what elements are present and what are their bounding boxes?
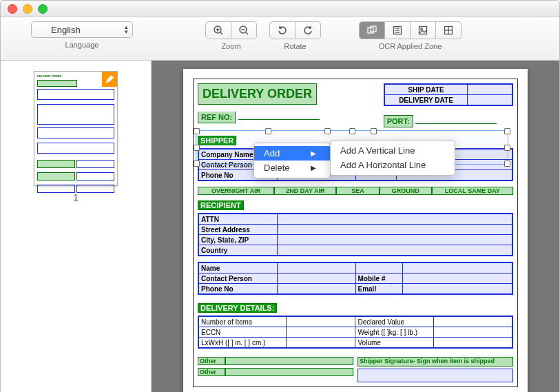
dd-declared: Declared Value — [355, 316, 434, 327]
updown-icon: ▴▾ — [125, 25, 128, 34]
recipient-mobile: Mobile # — [355, 274, 402, 284]
delivery-date-label: DELIVERY DATE — [384, 95, 468, 106]
other1-label: Other — [198, 357, 225, 365]
context-menu-add[interactable]: Add ▶ — [254, 146, 330, 161]
svg-line-1 — [220, 32, 222, 34]
port-label: PORT: — [384, 115, 413, 127]
date-table: SHIP DATE DELIVERY DATE — [384, 83, 513, 106]
toolbar: English ▴▾ Language Zoom — [1, 17, 559, 61]
recipient-country: Country — [198, 245, 277, 256]
ocr-zone-mode1-button[interactable] — [359, 21, 385, 39]
svg-point-14 — [421, 28, 422, 30]
rotate-right-button[interactable] — [295, 21, 321, 39]
other2-blank — [225, 368, 353, 376]
dd-volume: Volume — [355, 338, 434, 349]
recipient-address-table: ATTN Street Address City, State, ZIP Cou… — [198, 213, 513, 256]
zone-image-icon — [417, 25, 428, 36]
other2-label: Other — [198, 368, 225, 376]
thumbnail-preview: DELIVERY ORDER — [37, 74, 114, 183]
context-add-vertical-line[interactable]: Add A Vertical Line — [331, 143, 455, 158]
recipient-contact-table: Name Contact Person Mobile # Phone No — [198, 262, 513, 295]
ocr-zone-label: OCR Applied Zone — [379, 42, 442, 50]
submenu-arrow-icon: ▶ — [311, 149, 316, 157]
form-title: DELIVERY ORDER — [198, 83, 317, 105]
language-select[interactable]: English ▴▾ — [31, 21, 133, 38]
context-submenu-add[interactable]: Add A Vertical Line Add A Horizontal Lin… — [330, 140, 455, 176]
sidebar-thumbnails: DELIVERY ORDER — [1, 61, 152, 392]
rotate-label: Rotate — [284, 42, 306, 50]
dd-dims: LxWxH ([ ] in. [ ] cm.) — [198, 338, 287, 349]
recipient-email: Email — [355, 284, 402, 295]
svg-line-5 — [246, 32, 248, 34]
ship-opt-ground: GROUND — [380, 187, 432, 195]
window-controls — [8, 4, 48, 14]
ocr-zone-mode3-button[interactable] — [411, 21, 436, 39]
submenu-arrow-icon: ▶ — [311, 164, 316, 172]
ref-no-label: REF NO: — [198, 112, 236, 123]
shipper-signature-label: Shipper Signature- Sign when item is shi… — [357, 357, 513, 367]
recipient-city: City, State, ZIP — [198, 235, 277, 245]
content-area: DELIVERY ORDER — [1, 61, 559, 392]
dd-num-items: Number of Items — [198, 316, 287, 327]
zone-select-icon — [366, 25, 377, 36]
svg-rect-13 — [419, 27, 427, 34]
close-window-button[interactable] — [8, 4, 17, 14]
context-add-horizontal-line[interactable]: Add A Horizontal Line — [331, 158, 455, 172]
other1-blank — [225, 357, 353, 365]
shipper-signature-box — [357, 369, 513, 382]
recipient-street: Street Address — [198, 225, 277, 235]
zoom-in-button[interactable] — [205, 21, 231, 39]
zoom-out-icon — [238, 25, 249, 36]
ocr-zone-mode2-button[interactable] — [385, 21, 411, 39]
titlebar — [1, 1, 559, 17]
dd-weight: Weight ([ ]kg. [ ] lb.) — [355, 327, 434, 338]
zoom-out-button[interactable] — [231, 21, 257, 39]
page-thumbnail-1[interactable]: DELIVERY ORDER — [34, 71, 118, 186]
rotate-left-icon — [277, 25, 288, 36]
zoom-label: Zoom — [221, 42, 240, 50]
app-window: English ▴▾ Language Zoom — [0, 0, 560, 392]
zone-table-icon — [443, 25, 454, 36]
ship-opt-sea: SEA — [336, 187, 379, 195]
rotate-right-icon — [302, 25, 313, 36]
zoom-in-icon — [213, 25, 224, 36]
dd-eccn: ECCN — [198, 327, 287, 338]
document-page[interactable]: DELIVERY ORDER REF NO: SHIP DATE DELIVER… — [183, 69, 528, 392]
thumbnail-page-number: 1 — [74, 193, 79, 203]
recipient-phone: Phone No — [198, 284, 277, 295]
ref-no-blank — [238, 107, 320, 120]
recipient-heading: RECIPIENT — [198, 200, 244, 210]
language-selected-value: English — [51, 25, 81, 35]
recipient-contact: Contact Person — [198, 274, 277, 284]
ship-date-label: SHIP DATE — [384, 84, 468, 95]
context-menu[interactable]: Add ▶ Delete ▶ Add A Vertical Line Add A… — [253, 143, 331, 178]
delivery-details-heading: DELIVERY DETAILS: — [198, 303, 277, 313]
zoom-window-button[interactable] — [38, 4, 48, 14]
context-menu-delete[interactable]: Delete ▶ — [254, 161, 330, 175]
language-label: Language — [65, 41, 99, 49]
rotate-left-button[interactable] — [269, 21, 295, 39]
canvas-area[interactable]: DELIVERY ORDER REF NO: SHIP DATE DELIVER… — [152, 61, 559, 392]
ship-opt-local: LOCAL SAME DAY — [432, 187, 513, 195]
port-blank — [415, 112, 497, 124]
ocr-zone-mode4-button[interactable] — [436, 21, 462, 39]
ship-opt-overnight: OVERNIGHT AIR — [198, 187, 274, 195]
delivery-details-table: Number of Items Declared Value ECCN Weig… — [198, 316, 513, 349]
recipient-name: Name — [198, 262, 277, 274]
zone-text-icon — [392, 25, 403, 36]
recipient-attn: ATTN — [198, 214, 277, 225]
ship-opt-2day: 2ND DAY AIR — [274, 187, 336, 195]
minimize-window-button[interactable] — [23, 4, 32, 14]
